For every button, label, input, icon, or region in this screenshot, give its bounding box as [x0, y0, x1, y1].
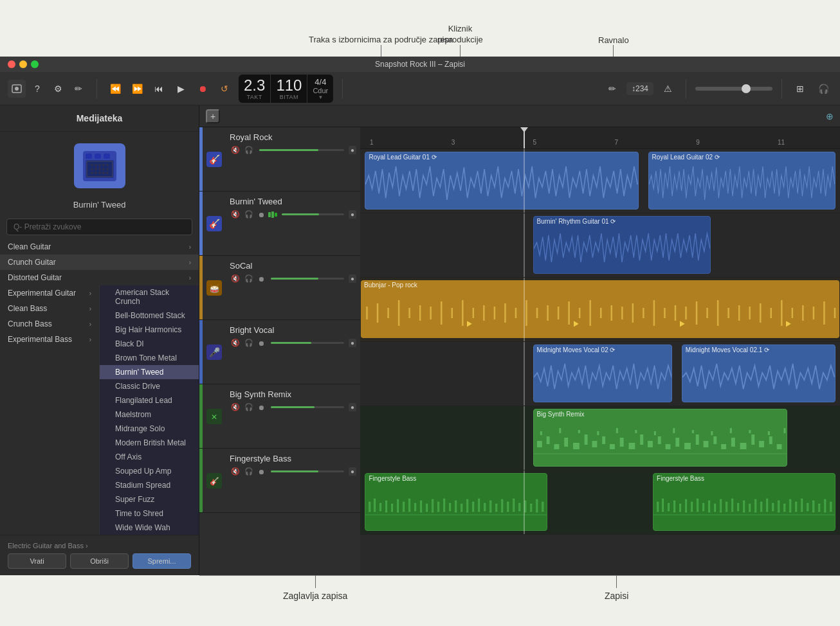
headphone-icon[interactable]: 🎧 — [243, 209, 255, 220]
svg-rect-120 — [711, 431, 713, 435]
mute-icon[interactable]: 🔇 — [230, 145, 241, 156]
svg-rect-56 — [589, 300, 590, 326]
track-volume-synth[interactable] — [271, 406, 344, 408]
svg-rect-50 — [525, 300, 527, 326]
track-volume-burnin[interactable] — [282, 213, 344, 215]
category-clean-guitar[interactable]: Clean Guitar › — [0, 239, 199, 255]
edit-button[interactable]: ✏ — [69, 80, 87, 98]
headphone-icon[interactable]: 🎧 — [243, 337, 255, 348]
headphone-icon[interactable]: 🎧 — [243, 402, 255, 413]
minimize-button[interactable] — [19, 60, 27, 68]
pan-knob[interactable]: ● — [349, 339, 356, 347]
category-clean-bass[interactable]: Clean Bass › — [0, 301, 99, 316]
headphone-icon[interactable]: 🎧 — [243, 466, 255, 477]
preset-maelstrom[interactable]: Maelstrom — [100, 407, 199, 422]
svg-rect-115 — [616, 428, 617, 433]
track-volume-socal[interactable] — [271, 278, 344, 280]
pan-knob[interactable]: ● — [349, 146, 356, 154]
track-volume-vocal[interactable] — [271, 342, 344, 344]
clip-royal-lead-1[interactable]: Royal Lead Guitar 01 ⟳ — [365, 152, 638, 210]
mute-icon[interactable]: 🔇 — [230, 402, 241, 413]
tostart-button[interactable]: ⏮ — [150, 80, 168, 98]
category-experimental-bass[interactable]: Experimental Bass › — [0, 332, 99, 347]
record-arm-icon[interactable]: ⏺ — [257, 338, 266, 348]
preset-burnin-tweed[interactable]: Burnin' Tweed — [100, 365, 199, 379]
pencil-button[interactable]: ✏ — [603, 80, 621, 98]
maximize-button[interactable] — [31, 60, 39, 68]
category-crunch-guitar[interactable]: Crunch Guitar › — [0, 255, 199, 270]
record-arm-icon[interactable]: ⏺ — [257, 210, 266, 220]
clip-royal-lead-2[interactable]: Royal Lead Guitar 02 ⟳ — [648, 152, 835, 210]
record-arm-icon[interactable]: ⏺ — [257, 274, 266, 284]
help-button[interactable]: ? — [28, 80, 46, 98]
svg-rect-130 — [392, 504, 393, 512]
preset-big-hair[interactable]: Big Hair Harmonics — [100, 323, 199, 337]
preset-brown-tone[interactable]: Brown Tone Metal — [100, 351, 199, 365]
settings-button[interactable]: ⚙ — [49, 80, 67, 98]
svg-rect-118 — [673, 428, 675, 433]
delete-button[interactable]: Obriši — [70, 553, 129, 569]
headphone-icon[interactable]: 🎧 — [243, 273, 255, 284]
mute-icon[interactable]: 🔇 — [230, 337, 241, 348]
pan-knob[interactable]: ● — [349, 467, 356, 476]
grid-button[interactable]: ⊞ — [791, 80, 809, 98]
clip-midnight-vocal-2[interactable]: Midnight Moves Vocal 02.1 ⟳ — [682, 344, 835, 402]
track-header-socal: 🥁 SoCal 🔇 🎧 ⏺ — [199, 256, 360, 320]
svg-rect-136 — [426, 504, 428, 512]
category-crunch-bass[interactable]: Crunch Bass › — [0, 316, 99, 332]
preset-american-stack[interactable]: American Stack Crunch — [100, 285, 199, 309]
back-button[interactable]: Vrati — [8, 553, 66, 569]
library-button[interactable] — [8, 80, 26, 98]
add-track-button[interactable]: + — [206, 109, 220, 123]
track-volume-bass[interactable] — [271, 470, 344, 472]
volume-slider-thumb[interactable] — [742, 84, 751, 93]
preset-bell-bottomed[interactable]: Bell-Bottomed Stack — [100, 309, 199, 323]
preset-souped-up[interactable]: Souped Up Amp — [100, 464, 199, 478]
preset-classic-drive[interactable]: Classic Drive — [100, 379, 199, 393]
mute-icon[interactable]: 🔇 — [230, 273, 241, 284]
svg-rect-75 — [792, 308, 793, 318]
category-distorted-guitar[interactable]: Distorted Guitar › — [0, 270, 199, 285]
headphones-button[interactable]: 🎧 — [814, 80, 832, 98]
rewind-button[interactable]: ⏪ — [106, 80, 124, 98]
svg-rect-96 — [648, 441, 653, 447]
record-arm-icon[interactable]: ⏺ — [257, 467, 266, 477]
record-button[interactable]: ⏺ — [194, 80, 212, 98]
clip-midnight-vocal-1[interactable]: Midnight Moves Vocal 02 ⟳ — [533, 344, 672, 402]
svg-rect-65 — [685, 307, 686, 319]
loop-button[interactable]: ↺ — [215, 80, 233, 98]
svg-rect-109 — [769, 436, 772, 444]
pan-knob[interactable]: ● — [349, 274, 356, 283]
clip-big-synth-remix[interactable]: Big Synth Remix — [533, 409, 787, 467]
category-experimental-guitar[interactable]: Experimental Guitar › — [0, 285, 99, 301]
mute-icon[interactable]: 🔇 — [230, 466, 241, 477]
track-volume-royal-rock[interactable] — [259, 149, 344, 151]
fastforward-button[interactable]: ⏩ — [128, 80, 146, 98]
pan-knob[interactable]: ● — [349, 210, 356, 219]
preset-stadium[interactable]: Stadium Spread — [100, 478, 199, 492]
warning-button[interactable]: ⚠ — [659, 80, 677, 98]
save-button[interactable]: Spremi... — [132, 553, 191, 569]
preset-wide-wah[interactable]: Wide Wide Wah — [100, 521, 199, 535]
search-input[interactable] — [6, 219, 192, 235]
playhead[interactable] — [524, 127, 525, 148]
preset-midrange[interactable]: Midrange Solo — [100, 422, 199, 436]
preset-black-di[interactable]: Black DI — [100, 337, 199, 351]
svg-point-17 — [98, 172, 101, 174]
clip-fingerstyle-bass-1[interactable]: Fingerstyle Bass — [365, 473, 547, 531]
clip-burnin-rhythm-1[interactable]: Burnin' Rhythm Guitar 01 ⟳ — [533, 216, 711, 274]
preset-flangilated[interactable]: Flangilated Lead — [100, 393, 199, 407]
preset-super-fuzz[interactable]: Super Fuzz — [100, 492, 199, 506]
record-arm-icon[interactable]: ⏺ — [257, 402, 266, 413]
headphone-icon[interactable]: 🎧 — [243, 145, 255, 156]
play-button[interactable]: ▶ — [172, 80, 190, 98]
preset-off-axis[interactable]: Off Axis — [100, 450, 199, 464]
mute-icon[interactable]: 🔇 — [230, 209, 241, 220]
arp-button[interactable]: ⊕ — [826, 111, 834, 121]
clip-bubnjar[interactable]: Bubnjar - Pop rock — [361, 280, 839, 338]
close-button[interactable] — [8, 60, 15, 68]
preset-time-to-shred[interactable]: Time to Shred — [100, 506, 199, 521]
pan-knob[interactable]: ● — [349, 403, 356, 411]
preset-modern-british[interactable]: Modern British Metal — [100, 436, 199, 450]
clip-fingerstyle-bass-2[interactable]: Fingerstyle Bass — [653, 473, 835, 531]
